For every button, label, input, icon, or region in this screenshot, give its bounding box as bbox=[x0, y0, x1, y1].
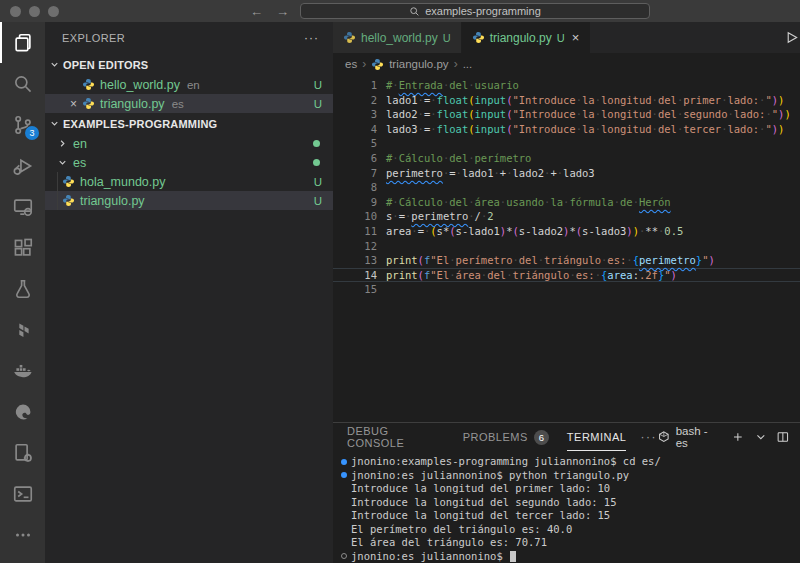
window-minimize-button[interactable] bbox=[29, 6, 40, 17]
terminal-text: jnonino:es juliannonino$ python triangul… bbox=[351, 469, 629, 483]
activity-more-views[interactable] bbox=[0, 514, 45, 555]
chevron-down-icon bbox=[49, 118, 60, 129]
terminal[interactable]: jnonino:examples-programming juliannonin… bbox=[333, 451, 800, 563]
panel-tab-problems[interactable]: PROBLEMS6 bbox=[463, 423, 549, 451]
terminal-shell-selector[interactable]: bash - es bbox=[657, 425, 722, 449]
modified-dot bbox=[313, 159, 320, 166]
chevron-down-icon[interactable] bbox=[754, 430, 768, 444]
activity-run-and-debug[interactable] bbox=[0, 145, 45, 186]
code-line[interactable]: 1#·Entrada·del·usuario bbox=[333, 78, 800, 93]
search-icon bbox=[12, 73, 34, 95]
terminal-line: jnonino:es juliannonino$ bbox=[341, 550, 800, 563]
line-number: 3 bbox=[333, 107, 377, 122]
file-tree: eneshola_mundo.pyUtriangulo.pyU bbox=[45, 134, 333, 210]
activity-edge-browser[interactable] bbox=[0, 391, 45, 432]
panel-tab-debug-console[interactable]: DEBUG CONSOLE bbox=[347, 423, 445, 451]
terminal-text: Introduce la longitud del primer lado: 1… bbox=[351, 482, 610, 496]
file-label: hola_mundo.py bbox=[80, 175, 165, 189]
code-line[interactable]: 10s·=·perimetro·/·2 bbox=[333, 209, 800, 224]
activity-extensions[interactable] bbox=[0, 227, 45, 268]
open-editor-row[interactable]: hello_world.pyenU bbox=[45, 75, 333, 94]
search-icon bbox=[409, 6, 420, 17]
new-terminal-plus-icon[interactable] bbox=[731, 430, 745, 444]
activity-docker[interactable] bbox=[0, 350, 45, 391]
history-back-button[interactable]: ← bbox=[250, 0, 263, 22]
breadcrumb-folder[interactable]: es bbox=[345, 58, 357, 70]
activity-code-runner[interactable] bbox=[0, 432, 45, 473]
line-number: 8 bbox=[333, 180, 377, 195]
problems-badge: 6 bbox=[534, 430, 549, 445]
line-number: 9 bbox=[333, 195, 377, 210]
git-status-badge: U bbox=[314, 195, 322, 207]
command-center-search[interactable]: examples-programming bbox=[300, 3, 650, 19]
tree-file-row[interactable]: triangulo.pyU bbox=[45, 191, 333, 210]
code-line[interactable]: 14print(f"El·área·del·triángulo·es:·{are… bbox=[333, 268, 800, 283]
code-line[interactable]: 5 bbox=[333, 136, 800, 151]
chevron-right-icon: › bbox=[362, 57, 366, 71]
folder-label: es bbox=[73, 156, 86, 170]
code-line[interactable]: 8 bbox=[333, 180, 800, 195]
close-icon[interactable]: × bbox=[572, 30, 580, 45]
command-decoration bbox=[341, 459, 351, 465]
terraform-icon bbox=[12, 319, 34, 341]
close-icon[interactable]: × bbox=[65, 97, 82, 111]
terminal-line: Introduce la longitud del primer lado: 1… bbox=[341, 482, 800, 496]
code-line[interactable]: 3lado2·=·float(input("Introduce·la·longi… bbox=[333, 107, 800, 122]
history-forward-button[interactable]: → bbox=[276, 0, 289, 22]
tab-triangulo.py[interactable]: triangulo.pyU× bbox=[462, 22, 591, 53]
panel-tab-terminal[interactable]: TERMINAL bbox=[567, 423, 627, 451]
tree-file-row[interactable]: hola_mundo.pyU bbox=[45, 172, 333, 191]
code-line[interactable]: 13print(f"El·perímetro·del·triángulo·es:… bbox=[333, 253, 800, 268]
window-controls bbox=[10, 6, 59, 17]
tab-bar: hello_world.pyUtriangulo.pyU× bbox=[333, 22, 800, 53]
open-editors-list: hello_world.pyenU×triangulo.pyesU bbox=[45, 75, 333, 113]
panel-header: DEBUG CONSOLEPROBLEMS6TERMINAL ··· bash … bbox=[333, 423, 800, 451]
activity-search[interactable] bbox=[0, 63, 45, 104]
open-editor-row[interactable]: ×triangulo.pyesU bbox=[45, 94, 333, 113]
section-open-editors[interactable]: OPEN EDITORS bbox=[45, 54, 333, 75]
section-workspace-root[interactable]: EXAMPLES-PROGRAMMING bbox=[45, 113, 333, 134]
python-icon bbox=[82, 78, 95, 91]
search-text: examples-programming bbox=[425, 5, 541, 17]
vscode-window: ← → examples-programming 3 EXPLORER ··· … bbox=[0, 0, 800, 563]
code-line[interactable]: 2lado1·=·float(input("Introduce·la·longi… bbox=[333, 93, 800, 108]
command-decoration bbox=[341, 553, 351, 559]
code-line[interactable]: 11area·=·(s*(s-lado1)*(s-lado2)*(s-lado3… bbox=[333, 224, 800, 239]
tab-hello_world.py[interactable]: hello_world.pyU bbox=[333, 22, 462, 53]
file-detail: en bbox=[187, 79, 200, 91]
python-icon bbox=[371, 58, 384, 71]
activity-testing[interactable] bbox=[0, 268, 45, 309]
split-panel-icon[interactable] bbox=[776, 430, 790, 444]
activity-remote-explorer[interactable] bbox=[0, 186, 45, 227]
activity-bar: 3 bbox=[0, 22, 45, 563]
code-line[interactable]: 4lado3·=·float(input("Introduce·la·longi… bbox=[333, 122, 800, 137]
tab-label: hello_world.py bbox=[361, 31, 438, 45]
chevron-right-icon bbox=[57, 138, 68, 149]
chevron-right-icon: › bbox=[454, 57, 458, 71]
tree-folder-row[interactable]: es bbox=[45, 153, 333, 172]
activity-explorer[interactable] bbox=[0, 22, 45, 63]
terminal-line: jnonino:examples-programming juliannonin… bbox=[341, 455, 800, 469]
code-line[interactable]: 12 bbox=[333, 239, 800, 254]
breadcrumb-file[interactable]: triangulo.py bbox=[389, 58, 448, 70]
bottom-panel: DEBUG CONSOLEPROBLEMS6TERMINAL ··· bash … bbox=[333, 422, 800, 563]
activity-terminal[interactable] bbox=[0, 473, 45, 514]
code-line[interactable]: 6#·Cálculo·del·perímetro bbox=[333, 151, 800, 166]
panel-more-button[interactable]: ··· bbox=[640, 430, 657, 444]
code-line[interactable]: 7perimetro·=·lado1·+·lado2·+·lado3 bbox=[333, 166, 800, 181]
explorer-more-button[interactable]: ··· bbox=[304, 31, 319, 45]
code-line[interactable]: 15 bbox=[333, 282, 800, 297]
window-zoom-button[interactable] bbox=[48, 6, 59, 17]
code-line[interactable]: 9#·Cálculo·del·área·usando·la·fórmula·de… bbox=[333, 195, 800, 210]
terminal-text: jnonino:examples-programming juliannonin… bbox=[351, 455, 661, 469]
editor-group: hello_world.pyUtriangulo.pyU× es › trian… bbox=[333, 22, 800, 563]
run-button[interactable] bbox=[784, 22, 799, 53]
activity-source-control[interactable]: 3 bbox=[0, 104, 45, 145]
file-label: hello_world.py bbox=[100, 78, 180, 92]
activity-terraform[interactable] bbox=[0, 309, 45, 350]
tree-folder-row[interactable]: en bbox=[45, 134, 333, 153]
window-close-button[interactable] bbox=[10, 6, 21, 17]
breadcrumb-symbol[interactable]: ... bbox=[463, 58, 473, 70]
breadcrumb: es › triangulo.py › ... bbox=[333, 53, 800, 75]
code-editor[interactable]: 1#·Entrada·del·usuario2lado1·=·float(inp… bbox=[333, 75, 800, 422]
